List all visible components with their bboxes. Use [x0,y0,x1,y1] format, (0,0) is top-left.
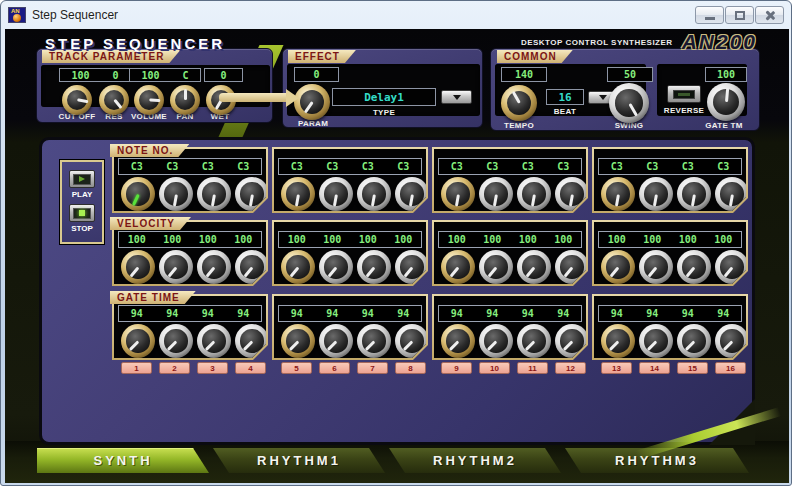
seq-knob-note-10[interactable] [479,177,513,211]
tab-synth[interactable]: SYNTH [37,448,209,473]
tempo-knob[interactable] [501,85,537,121]
seq-knob-note-16[interactable] [715,177,749,211]
seq-knob-velocity-1[interactable] [121,250,155,284]
seq-knob-note-4[interactable] [235,177,269,211]
step-button-10[interactable]: 10 [479,362,510,374]
maximize-button[interactable] [725,6,754,24]
seq-knob-velocity-14[interactable] [639,250,673,284]
seq-knob-velocity-15[interactable] [677,250,711,284]
step-button-2[interactable]: 2 [159,362,190,374]
seq-knob-note-12[interactable] [555,177,589,211]
seq-knob-note-5[interactable] [281,177,315,211]
seq-knob-note-1[interactable] [121,177,155,211]
seq-group-gate-4: 94949494 [592,294,748,360]
seq-knob-note-3[interactable] [197,177,231,211]
res-knob[interactable] [99,85,129,115]
tab-rhythm1[interactable]: RHYTHM1 [213,448,385,473]
step-button-13[interactable]: 13 [601,362,632,374]
step-button-11[interactable]: 11 [517,362,548,374]
seq-knob-note-6[interactable] [319,177,353,211]
step-button-14[interactable]: 14 [639,362,670,374]
seq-knob-velocity-4[interactable] [235,250,269,284]
seq-knob-gate-16[interactable] [715,324,749,358]
seq-knob-note-2[interactable] [159,177,193,211]
seq-group-note-2: C3C3C3C3 [272,147,428,213]
seq-knob-velocity-10[interactable] [479,250,513,284]
step-button-8[interactable]: 8 [395,362,426,374]
res-value: 0 [112,70,118,81]
seq-knob-gate-10[interactable] [479,324,513,358]
seq-knob-gate-5[interactable] [281,324,315,358]
effect-type-dropdown[interactable] [441,90,472,104]
seq-knob-gate-2[interactable] [159,324,193,358]
seq-knob-gate-8[interactable] [395,324,429,358]
seq-knob-note-7[interactable] [357,177,391,211]
seq-value-note-11: C3 [510,159,546,174]
seq-value-gate-2: 94 [155,306,191,321]
seq-knob-velocity-3[interactable] [197,250,231,284]
step-button-5[interactable]: 5 [281,362,312,374]
seq-display-gate-group-3: 94949494 [438,305,582,322]
step-button-7[interactable]: 7 [357,362,388,374]
step-button-12[interactable]: 12 [555,362,586,374]
step-button-6[interactable]: 6 [319,362,350,374]
swing-knob[interactable] [609,83,649,123]
seq-value-note-6: C3 [315,159,351,174]
seq-knob-note-13[interactable] [601,177,635,211]
play-button[interactable] [69,170,95,188]
seq-knob-note-11[interactable] [517,177,551,211]
seq-value-velocity-2: 100 [155,232,191,247]
seq-knob-gate-15[interactable] [677,324,711,358]
seq-knob-note-9[interactable] [441,177,475,211]
play-label: PLAY [72,190,93,199]
seq-knob-velocity-13[interactable] [601,250,635,284]
seq-knob-velocity-12[interactable] [555,250,589,284]
step-button-4[interactable]: 4 [235,362,266,374]
seq-value-note-3: C3 [190,159,226,174]
seq-group-inner: C3C3C3C3 [114,149,266,211]
seq-value-note-15: C3 [670,159,706,174]
seq-knob-note-8[interactable] [395,177,429,211]
volume-knob[interactable] [134,85,164,115]
step-button-3[interactable]: 3 [197,362,228,374]
seq-knob-velocity-11[interactable] [517,250,551,284]
step-button-9[interactable]: 9 [441,362,472,374]
seq-knob-gate-6[interactable] [319,324,353,358]
gate-tm-knob[interactable] [707,83,745,121]
seq-knob-velocity-6[interactable] [319,250,353,284]
seq-group-inner: C3C3C3C3 [274,149,426,211]
reverse-button[interactable] [667,85,701,103]
seq-knob-gate-9[interactable] [441,324,475,358]
step-button-1[interactable]: 1 [121,362,152,374]
seq-knob-gate-12[interactable] [555,324,589,358]
tab-rhythm2[interactable]: RHYTHM2 [389,448,561,473]
step-button-15[interactable]: 15 [677,362,708,374]
seq-knob-velocity-5[interactable] [281,250,315,284]
seq-knob-gate-4[interactable] [235,324,269,358]
cutoff-knob[interactable] [62,85,92,115]
effect-param-knob[interactable] [294,84,330,120]
stop-button[interactable] [69,204,95,222]
seq-knob-gate-13[interactable] [601,324,635,358]
seq-display-note-group-4: C3C3C3C3 [598,158,742,175]
seq-knob-gate-3[interactable] [197,324,231,358]
seq-knob-gate-14[interactable] [639,324,673,358]
seq-knob-velocity-2[interactable] [159,250,193,284]
pan-knob[interactable] [170,85,200,115]
step-button-16[interactable]: 16 [715,362,746,374]
effect-type-display[interactable]: Delay1 [332,88,436,106]
seq-knob-note-14[interactable] [639,177,673,211]
seq-knob-velocity-9[interactable] [441,250,475,284]
minimize-button[interactable] [695,6,724,24]
seq-knob-note-15[interactable] [677,177,711,211]
seq-knob-velocity-16[interactable] [715,250,749,284]
seq-knob-velocity-8[interactable] [395,250,429,284]
close-button[interactable] [755,6,784,24]
seq-knob-gate-11[interactable] [517,324,551,358]
seq-value-velocity-12: 100 [546,232,582,247]
seq-value-gate-10: 94 [475,306,511,321]
seq-knob-gate-1[interactable] [121,324,155,358]
app-icon[interactable]: AN [8,7,26,23]
seq-knob-velocity-7[interactable] [357,250,391,284]
seq-knob-gate-7[interactable] [357,324,391,358]
